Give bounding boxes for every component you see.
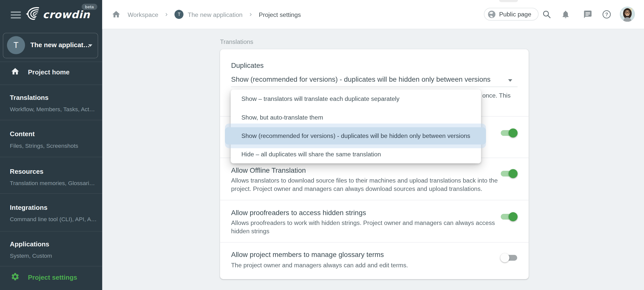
setting-description: Allows translators to download source fi…	[231, 177, 510, 192]
tooltip-remnant	[499, 0, 518, 2]
divider	[0, 62, 102, 62]
svg-text:crowdin: crowdin	[43, 9, 90, 21]
chevron-right-icon: ›	[165, 10, 168, 19]
caret-down-icon[interactable]	[508, 79, 512, 82]
duplicates-description-fragment: once. This	[482, 92, 511, 99]
project-chip: T	[175, 10, 184, 19]
page-label: Translations	[220, 38, 253, 45]
setting-title-manage-glossary-terms: Allow project members to manage glossary…	[231, 250, 384, 259]
divider	[220, 242, 529, 243]
sidebar: crowdin beta T The new applicat… Project…	[0, 0, 102, 290]
manage-glossary-terms-toggle[interactable]	[500, 253, 517, 262]
section-title: Translations	[10, 94, 48, 101]
breadcrumb-project[interactable]: T The new application	[175, 10, 243, 19]
section-title: Resources	[10, 168, 43, 175]
setting-description: The project owner and managers always ca…	[231, 261, 510, 269]
section-subtitle: Workflow, Members, Tasks, Act…	[10, 106, 95, 112]
hidden-setting-toggle[interactable]	[500, 128, 517, 137]
svg-text:?: ?	[605, 12, 608, 17]
public-page-button[interactable]: Public page	[484, 8, 538, 20]
setting-description: Allows proofreaders to work with hidden …	[231, 219, 510, 235]
breadcrumb-project-label[interactable]: The new application	[188, 11, 243, 18]
hamburger-menu-icon[interactable]	[11, 12, 21, 19]
notifications-bell-icon[interactable]	[561, 10, 570, 19]
breadcrumb: Workspace › T The new application › Proj…	[112, 0, 301, 29]
project-switcher-label: The new applicat…	[30, 41, 90, 49]
section-subtitle: System, Custom	[10, 252, 52, 259]
caret-down-icon	[88, 44, 92, 47]
dropdown-option-show-recommended[interactable]: Show (recommended for versions) - duplic…	[231, 126, 481, 145]
section-title: Applications	[10, 241, 49, 248]
gear-icon	[11, 272, 20, 281]
select-underline	[231, 86, 517, 87]
divider	[0, 193, 102, 194]
divider	[0, 231, 102, 231]
topbar: Workspace › T The new application › Proj…	[102, 0, 644, 29]
project-switcher[interactable]: T The new applicat…	[3, 33, 98, 58]
divider	[0, 157, 102, 157]
user-avatar[interactable]	[620, 7, 635, 22]
dropdown-option-auto-translate[interactable]: Show, but auto-translate them	[231, 108, 481, 126]
dropdown-option-show-separately[interactable]: Show – translators will translate each d…	[231, 90, 481, 108]
section-title: Content	[10, 131, 35, 138]
section-subtitle: Command line tool (CLI), API, A…	[10, 216, 97, 222]
duplicates-select[interactable]: Show (recommended for versions) - duplic…	[231, 76, 517, 84]
public-page-label: Public page	[499, 11, 531, 18]
sidebar-item-label: Project home	[28, 69, 70, 76]
search-icon[interactable]	[542, 10, 551, 19]
setting-title-offline-translation: Allow Offline Translation	[231, 166, 306, 175]
section-subtitle: Translation memories, Glossari…	[10, 180, 95, 186]
home-icon	[11, 67, 20, 76]
duplicates-select-value: Show (recommended for versions) - duplic…	[231, 76, 490, 83]
divider	[0, 120, 102, 120]
help-icon[interactable]: ?	[602, 10, 611, 19]
breadcrumb-current: Project settings	[259, 11, 301, 18]
project-avatar: T	[7, 36, 25, 54]
messages-icon[interactable]	[583, 10, 592, 19]
section-title: Integrations	[10, 204, 47, 211]
duplicates-dropdown-menu: Show – translators will translate each d…	[231, 90, 481, 163]
duplicates-title: Duplicates	[231, 62, 264, 70]
dropdown-option-hide[interactable]: Hide – all duplicates will share the sam…	[231, 145, 481, 163]
offline-translation-toggle[interactable]	[500, 169, 517, 178]
proofreaders-hidden-strings-toggle[interactable]	[500, 212, 517, 221]
globe-icon	[488, 10, 496, 18]
sidebar-item-project-settings[interactable]: Project settings	[0, 270, 102, 286]
app-window: crowdin beta T The new applicat… Project…	[0, 0, 644, 290]
breadcrumb-workspace[interactable]: Workspace	[128, 11, 158, 18]
chevron-right-icon: ›	[249, 10, 252, 19]
divider	[0, 266, 102, 267]
divider	[220, 200, 529, 200]
home-icon[interactable]	[112, 10, 121, 19]
divider	[0, 84, 102, 85]
sidebar-item-label: Project settings	[28, 274, 77, 281]
setting-title-proofreaders-hidden-strings: Allow proofreaders to access hidden stri…	[231, 209, 366, 218]
beta-badge: beta	[82, 4, 97, 10]
section-subtitle: Files, Strings, Screenshots	[10, 142, 78, 149]
sidebar-item-project-home[interactable]: Project home	[0, 65, 102, 83]
